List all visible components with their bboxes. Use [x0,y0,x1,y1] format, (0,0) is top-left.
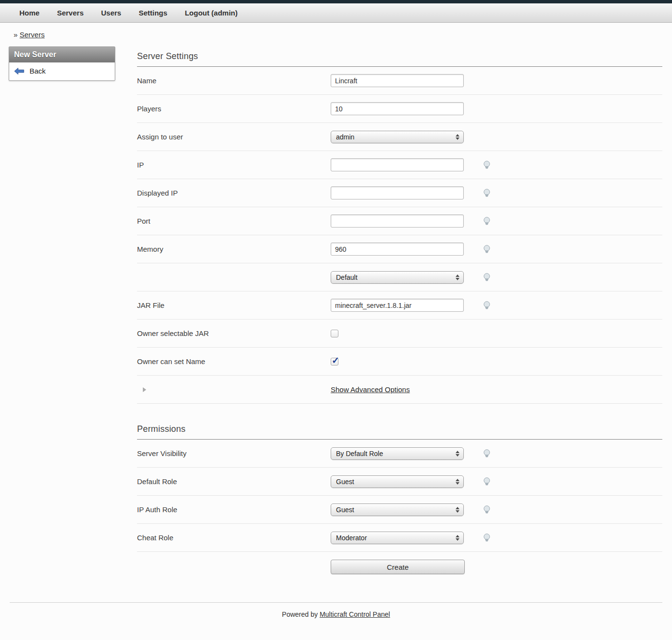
form-row-advanced-options: Show Advanced Options [137,376,662,404]
select-arrows-icon [456,479,459,485]
back-button[interactable]: Back [9,62,115,80]
assign-user-select[interactable]: admin [331,131,464,143]
owner-selectable-jar-checkbox[interactable] [331,330,338,337]
breadcrumb-prefix: » [14,30,17,39]
main-navigation: Home Servers Users Settings Logout (admi… [0,3,672,23]
form-row-default-select: Default [137,263,662,291]
server-visibility-select-value: By Default Role [336,450,383,457]
disclosure-triangle-icon[interactable] [143,387,146,392]
owner-selectable-jar-label: Owner selectable JAR [137,329,331,337]
jar-file-label: JAR File [137,301,331,309]
permissions-section: Permissions Server Visibility By Default… [137,424,662,574]
players-label: Players [137,105,331,113]
players-input[interactable] [331,102,464,115]
form-row-ip: IP [137,151,662,179]
show-advanced-options-link[interactable]: Show Advanced Options [331,385,410,394]
name-input[interactable] [331,74,464,87]
ip-auth-role-help-lightbulb-icon[interactable] [482,505,491,514]
nav-item-servers[interactable]: Servers [57,9,84,17]
back-arrow-icon [14,67,25,75]
footer-text: Powered by [282,610,318,618]
form-row-default-role: Default Role Guest [137,468,662,496]
form-row-displayed-ip: Displayed IP [137,179,662,207]
ip-label: IP [137,161,331,169]
memory-label: Memory [137,245,331,253]
ip-auth-role-select-value: Guest [336,506,354,514]
ip-input[interactable] [331,158,464,171]
select-arrows-icon [456,451,459,457]
displayed-ip-input[interactable] [331,186,464,199]
port-help-lightbulb-icon[interactable] [482,216,491,226]
ip-auth-role-label: IP Auth Role [137,505,331,514]
assign-user-select-value: admin [336,133,354,141]
form-row-name: Name [137,67,662,95]
sidebar-title: New Server [9,47,115,62]
form-row-cheat-role: Cheat Role Moderator [137,524,662,552]
page: Home Servers Users Settings Logout (admi… [0,0,672,640]
form-row-owner-selectable-jar: Owner selectable JAR [137,320,662,348]
back-label: Back [30,67,46,75]
server-visibility-help-lightbulb-icon[interactable] [482,449,491,458]
form-row-owner-can-set-name: Owner can set Name [137,348,662,376]
memory-help-lightbulb-icon[interactable] [482,244,491,254]
port-input[interactable] [331,214,464,228]
form-row-jar-file: JAR File [137,291,662,320]
nav-item-users[interactable]: Users [101,9,122,17]
select-arrows-icon [456,134,459,140]
default-select[interactable]: Default [331,271,464,284]
form-row-port: Port [137,207,662,235]
nav-item-logout[interactable]: Logout (admin) [185,9,238,17]
ip-help-lightbulb-icon[interactable] [482,160,491,169]
default-role-help-lightbulb-icon[interactable] [482,477,491,486]
jar-file-input[interactable] [331,299,464,312]
footer-multicraft-link[interactable]: Multicraft Control Panel [320,610,390,618]
server-visibility-label: Server Visibility [137,449,331,457]
form-row-assign-user: Assign to user admin [137,123,662,151]
memory-input[interactable] [331,243,464,256]
default-role-select-value: Guest [336,478,354,486]
permissions-heading: Permissions [137,424,662,434]
form-row-server-visibility: Server Visibility By Default Role [137,440,662,468]
form-row-players: Players [137,95,662,123]
form-row-ip-auth-role: IP Auth Role Guest [137,496,662,524]
port-label: Port [137,217,331,225]
owner-can-set-name-checkbox[interactable] [331,358,338,366]
cheat-role-select[interactable]: Moderator [331,532,464,544]
form-row-memory: Memory [137,235,662,263]
top-strip [0,0,672,3]
select-arrows-icon [456,507,459,513]
breadcrumb-servers-link[interactable]: Servers [20,30,45,39]
sidebar-panel: New Server Back [9,46,115,81]
cheat-role-label: Cheat Role [137,533,331,542]
footer: Powered by Multicraft Control Panel [10,602,662,635]
default-role-select[interactable]: Guest [331,475,464,488]
assign-user-label: Assign to user [137,133,331,141]
create-button[interactable]: Create [331,560,465,574]
default-select-help-lightbulb-icon[interactable] [482,273,491,282]
jar-file-help-lightbulb-icon[interactable] [482,301,491,310]
content: New Server Back Server Settings Name [0,46,672,574]
cheat-role-select-value: Moderator [336,534,367,542]
breadcrumb: » Servers [0,23,672,39]
displayed-ip-label: Displayed IP [137,189,331,197]
owner-can-set-name-label: Owner can set Name [137,357,331,366]
server-visibility-select[interactable]: By Default Role [331,447,464,460]
name-label: Name [137,76,331,85]
select-arrows-icon [456,274,459,280]
ip-auth-role-select[interactable]: Guest [331,503,464,516]
select-arrows-icon [456,535,459,541]
nav-item-settings[interactable]: Settings [138,9,167,17]
displayed-ip-help-lightbulb-icon[interactable] [482,188,491,198]
default-role-label: Default Role [137,477,331,486]
cheat-role-help-lightbulb-icon[interactable] [482,533,491,542]
default-select-value: Default [336,274,357,281]
create-row: Create [137,560,662,574]
nav-item-home[interactable]: Home [19,9,40,17]
server-settings-heading: Server Settings [137,51,662,61]
main-form: Server Settings Name Players Assign to u… [137,46,662,574]
